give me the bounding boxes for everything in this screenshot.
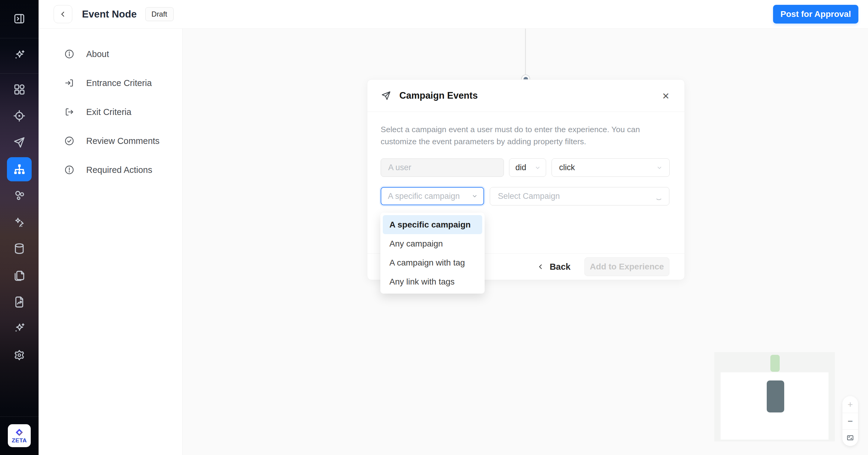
secondary-sidebar: About Entrance Criteria Exit Criteria Re… bbox=[38, 29, 183, 455]
database-icon[interactable] bbox=[13, 242, 26, 255]
sidebar-item-label: Entrance Criteria bbox=[86, 78, 152, 88]
zoom-in-button[interactable]: + bbox=[842, 396, 858, 413]
modal-description: Select a campaign event a user must do t… bbox=[381, 123, 678, 147]
campaign-row: A specific campaign Select Campaign bbox=[381, 187, 671, 205]
modal-title: Campaign Events bbox=[399, 90, 478, 101]
header-back-button[interactable] bbox=[54, 5, 72, 23]
main-column: Event Node Draft Post for Approval About… bbox=[38, 0, 868, 455]
bubbles-icon[interactable] bbox=[13, 189, 26, 202]
sidebar-item-required-actions[interactable]: Required Actions bbox=[38, 155, 182, 184]
post-for-approval-button[interactable]: Post for Approval bbox=[773, 5, 858, 24]
chevron-left-icon bbox=[59, 10, 67, 18]
sidebar-item-review-comments[interactable]: Review Comments bbox=[38, 126, 182, 155]
action-select[interactable]: click bbox=[552, 159, 670, 177]
paper-plane-icon bbox=[381, 90, 392, 101]
top-header: Event Node Draft Post for Approval bbox=[38, 0, 868, 29]
flow-connector-line bbox=[525, 29, 526, 76]
content-row: About Entrance Criteria Exit Criteria Re… bbox=[38, 29, 868, 455]
verb-select[interactable]: did bbox=[509, 159, 546, 177]
sidebar-item-label: Review Comments bbox=[86, 136, 159, 146]
sidebar-item-label: Required Actions bbox=[86, 165, 152, 175]
divider bbox=[0, 38, 38, 38]
sidebar-item-exit-criteria[interactable]: Exit Criteria bbox=[38, 97, 182, 126]
sidebar-item-entrance-criteria[interactable]: Entrance Criteria bbox=[38, 68, 182, 97]
minimap-node-slate bbox=[767, 380, 784, 413]
exit-icon bbox=[64, 107, 75, 117]
loading-spinner-icon bbox=[655, 193, 662, 200]
gear-icon[interactable] bbox=[13, 348, 26, 362]
zeta-diamond-icon bbox=[15, 428, 24, 437]
sidebar-item-label: About bbox=[86, 49, 109, 59]
panel-expand-icon[interactable] bbox=[13, 12, 26, 25]
dropdown-option[interactable]: Any link with tags bbox=[383, 272, 482, 291]
chevron-left-icon bbox=[537, 263, 544, 271]
file-chart-icon[interactable] bbox=[13, 295, 26, 309]
campaign-type-dropdown: A specific campaign Any campaign A campa… bbox=[380, 213, 485, 293]
zoom-out-button[interactable]: − bbox=[842, 413, 858, 429]
divider bbox=[0, 73, 38, 74]
dropdown-option[interactable]: A specific campaign bbox=[383, 215, 482, 234]
chevron-down-icon bbox=[656, 165, 663, 171]
fit-view-button[interactable] bbox=[842, 429, 858, 446]
primary-sidebar: ZETA bbox=[0, 0, 38, 455]
dropdown-option[interactable]: Any campaign bbox=[383, 234, 482, 253]
divider bbox=[0, 416, 38, 417]
dropdown-option[interactable]: A campaign with tag bbox=[383, 253, 482, 272]
paper-plane-icon[interactable] bbox=[13, 136, 26, 149]
chevron-down-icon bbox=[471, 193, 478, 199]
verb-select-value: did bbox=[516, 163, 526, 172]
add-to-experience-button[interactable]: Add to Experience bbox=[584, 257, 670, 276]
sidebar-item-label: Exit Criteria bbox=[86, 107, 131, 117]
minimap-node-green bbox=[770, 355, 780, 372]
action-select-value: click bbox=[559, 163, 575, 172]
fit-view-icon bbox=[846, 434, 854, 442]
pages-copy-icon[interactable] bbox=[13, 269, 26, 282]
info-circle-icon bbox=[64, 49, 75, 59]
target-icon[interactable] bbox=[13, 109, 26, 122]
back-button-label: Back bbox=[550, 262, 570, 272]
modal-body: Select a campaign event a user must do t… bbox=[367, 112, 684, 205]
modal-header: Campaign Events ✕ bbox=[367, 80, 684, 112]
chevron-down-icon bbox=[534, 165, 541, 171]
sparkle-icon[interactable] bbox=[13, 49, 26, 62]
campaign-select-placeholder: Select Campaign bbox=[498, 192, 560, 201]
page-title: Event Node bbox=[82, 8, 137, 20]
close-icon[interactable]: ✕ bbox=[659, 89, 673, 103]
app-root: ZETA Event Node Draft Post for Approval … bbox=[0, 0, 868, 455]
sparkles-icon[interactable] bbox=[13, 322, 26, 335]
magic-wand-icon[interactable] bbox=[13, 216, 26, 229]
sitemap-active-nav[interactable] bbox=[7, 157, 32, 181]
campaign-type-placeholder: A specific campaign bbox=[388, 192, 460, 201]
zoom-controls: + − bbox=[842, 396, 858, 446]
back-button[interactable]: Back bbox=[537, 262, 570, 272]
exclamation-circle-icon bbox=[64, 165, 75, 175]
dashboard-grid-icon[interactable] bbox=[13, 83, 26, 96]
flow-canvas[interactable]: Campaign Events ✕ Select a campaign even… bbox=[183, 29, 868, 455]
campaign-select[interactable]: Select Campaign bbox=[490, 187, 670, 205]
status-badge: Draft bbox=[145, 7, 174, 21]
zeta-logo-text: ZETA bbox=[12, 437, 27, 444]
minimap[interactable] bbox=[714, 352, 835, 442]
sidebar-item-about[interactable]: About bbox=[38, 39, 182, 68]
check-circle-icon bbox=[64, 136, 75, 146]
zeta-logo[interactable]: ZETA bbox=[8, 424, 31, 447]
enter-icon bbox=[64, 78, 75, 88]
event-sentence-row: A user did click bbox=[381, 159, 671, 177]
campaign-type-select[interactable]: A specific campaign bbox=[381, 187, 484, 205]
subject-input: A user bbox=[381, 159, 504, 177]
